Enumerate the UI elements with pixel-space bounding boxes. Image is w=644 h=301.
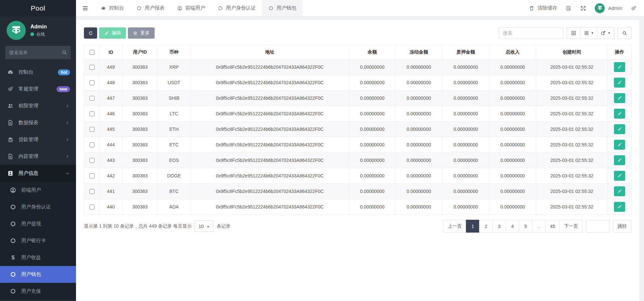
nav-tab[interactable]: 用户身份认证 bbox=[211, 0, 262, 16]
pencil-icon bbox=[617, 173, 622, 178]
sidebar-item[interactable]: 权限管理 bbox=[0, 97, 76, 114]
clear-cache-button[interactable]: 清除缓存 bbox=[529, 5, 557, 11]
cell-id: 441 bbox=[99, 184, 123, 199]
cell-balance: 0.00000000 bbox=[349, 59, 396, 75]
row-checkbox[interactable] bbox=[90, 189, 95, 194]
search-icon bbox=[622, 30, 627, 36]
column-header[interactable]: 冻结金额 bbox=[396, 45, 442, 59]
cell-balance: 0.00000000 bbox=[349, 137, 396, 153]
content-card: 编辑 更多 bbox=[76, 20, 639, 301]
column-header[interactable]: 地址 bbox=[191, 45, 349, 59]
prev-page-button[interactable]: 上一页 bbox=[443, 220, 466, 233]
row-edit-button[interactable] bbox=[614, 124, 625, 134]
cell-frozen: 0.00000000 bbox=[396, 168, 442, 184]
cell-income: 0.00000000 bbox=[489, 122, 536, 137]
sidebar-item[interactable]: 控制台hot bbox=[0, 64, 76, 81]
row-edit-button[interactable] bbox=[614, 155, 625, 165]
next-page-button[interactable]: 下一页 bbox=[559, 220, 583, 233]
grid-columns-icon bbox=[584, 30, 589, 36]
page-number-button[interactable]: 2 bbox=[479, 220, 493, 233]
cell-balance: 0.00000000 bbox=[349, 122, 396, 137]
cell-created: 2025-03-01 02:55:32 bbox=[536, 199, 608, 215]
app-root: Pool Admin 在线 控制台hot常规管理new权限管理数据报表贷款管理内… bbox=[0, 0, 644, 301]
row-checkbox[interactable] bbox=[90, 65, 95, 70]
row-checkbox[interactable] bbox=[90, 96, 95, 101]
nav-tab[interactable]: 控制台 bbox=[95, 0, 130, 16]
translate-icon[interactable] bbox=[566, 5, 572, 11]
row-edit-button[interactable] bbox=[614, 140, 625, 150]
circle-icon bbox=[218, 6, 223, 11]
row-edit-button[interactable] bbox=[614, 109, 625, 119]
row-checkbox[interactable] bbox=[90, 111, 95, 116]
row-checkbox[interactable] bbox=[90, 173, 95, 178]
column-header[interactable]: 用户ID bbox=[123, 45, 158, 59]
nav-tab[interactable]: 前端用户 bbox=[171, 0, 211, 16]
sidebar-item[interactable]: 贷款管理 bbox=[0, 131, 76, 148]
row-edit-button[interactable] bbox=[614, 202, 625, 212]
more-button[interactable]: 更多 bbox=[128, 27, 155, 39]
sidebar-item[interactable]: 内容管理 bbox=[0, 148, 76, 165]
sidebar-item[interactable]: 平台设置 bbox=[0, 300, 76, 301]
profile-status-label: 在线 bbox=[36, 31, 45, 37]
page-number-button[interactable]: 3 bbox=[492, 220, 506, 233]
sidebar-subitem[interactable]: $用户收益 bbox=[0, 249, 76, 266]
sidebar-subitem[interactable]: 用户充值 bbox=[0, 283, 76, 300]
pencil-icon bbox=[617, 111, 622, 116]
page-number-button[interactable]: 5 bbox=[519, 220, 532, 233]
cell-created: 2025-03-01 02:55:32 bbox=[536, 137, 608, 153]
menu-toggle-icon[interactable] bbox=[76, 0, 95, 16]
sidebar-search-input[interactable] bbox=[5, 46, 71, 59]
detail-view-button[interactable] bbox=[567, 27, 581, 39]
online-dot-icon bbox=[30, 32, 34, 36]
column-header[interactable]: 创建时间 bbox=[536, 45, 608, 59]
column-header[interactable]: 总收入 bbox=[489, 45, 536, 59]
row-edit-button[interactable] bbox=[614, 78, 625, 88]
nav-tab-label: 用户报表 bbox=[145, 5, 165, 11]
row-checkbox[interactable] bbox=[90, 127, 95, 132]
refresh-button[interactable] bbox=[84, 27, 97, 39]
pencil-icon bbox=[617, 65, 622, 69]
columns-button[interactable]: ▼ bbox=[580, 27, 597, 39]
cell-income: 0.00000000 bbox=[489, 75, 536, 91]
export-button[interactable]: ▼ bbox=[597, 27, 614, 39]
jump-page-input[interactable] bbox=[586, 220, 610, 233]
nav-tab[interactable]: 用户报表 bbox=[130, 0, 171, 16]
page-number-button[interactable]: 45 bbox=[545, 220, 560, 233]
sidebar-item-label: 权限管理 bbox=[19, 103, 38, 109]
jump-button[interactable]: 跳转 bbox=[613, 220, 631, 233]
row-edit-button[interactable] bbox=[614, 62, 625, 72]
settings-gears-icon[interactable] bbox=[631, 5, 637, 11]
row-checkbox[interactable] bbox=[90, 80, 95, 85]
cell-pledge: 0.00000000 bbox=[442, 106, 489, 122]
row-edit-button[interactable] bbox=[614, 186, 625, 196]
sidebar-subitem[interactable]: 用户钱包 bbox=[0, 266, 76, 283]
row-checkbox[interactable] bbox=[90, 142, 95, 147]
sidebar-subitem[interactable]: 用户身份认证 bbox=[0, 199, 76, 215]
column-header[interactable]: ID bbox=[99, 45, 123, 59]
row-edit-button[interactable] bbox=[614, 171, 625, 181]
page-number-button[interactable]: 1 bbox=[466, 220, 479, 233]
page-number-button[interactable]: 4 bbox=[506, 220, 519, 233]
row-checkbox[interactable] bbox=[90, 205, 95, 209]
advanced-search-button[interactable] bbox=[618, 27, 631, 39]
column-header[interactable]: 操作 bbox=[608, 45, 632, 59]
row-checkbox[interactable] bbox=[90, 158, 95, 163]
sidebar-item[interactable]: 数据报表 bbox=[0, 114, 76, 131]
fullscreen-icon[interactable] bbox=[580, 5, 586, 11]
row-edit-button[interactable] bbox=[614, 93, 625, 103]
column-header[interactable]: 币种 bbox=[158, 45, 191, 59]
sidebar-subitem[interactable]: 前端用户 bbox=[0, 182, 76, 199]
column-header[interactable]: 质押金额 bbox=[442, 45, 489, 59]
table-search-input[interactable] bbox=[499, 27, 563, 39]
edit-button[interactable]: 编辑 bbox=[99, 27, 126, 39]
sidebar-item[interactable]: 常规管理new bbox=[0, 81, 76, 97]
navbar-user-menu[interactable]: Admin bbox=[595, 3, 622, 13]
nav-tab[interactable]: 用户钱包 bbox=[262, 0, 303, 16]
sidebar-subitem[interactable]: 用户银行卡 bbox=[0, 232, 76, 249]
select-all-checkbox[interactable] bbox=[90, 50, 95, 55]
column-header[interactable]: 余额 bbox=[349, 45, 396, 59]
page-number-button[interactable]: ... bbox=[532, 220, 546, 233]
sidebar-subitem[interactable]: 用户提现 bbox=[0, 215, 76, 232]
sidebar-item[interactable]: 用户信息 bbox=[0, 165, 76, 182]
page-size-select[interactable]: 10 ▲ bbox=[195, 220, 214, 232]
